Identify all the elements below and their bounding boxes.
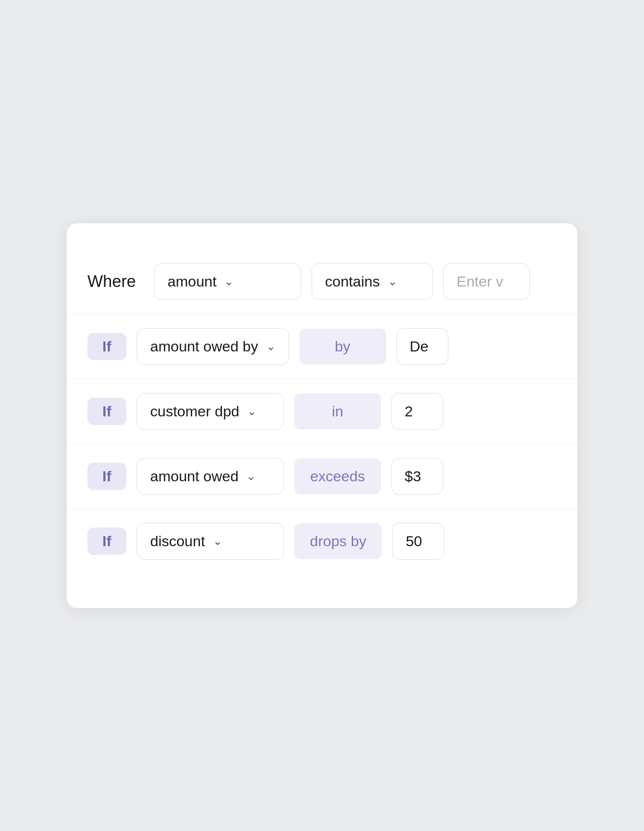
if-field-value-1: amount owed by (150, 338, 258, 355)
where-operator-dropdown[interactable]: contains ⌄ (312, 263, 433, 300)
chevron-down-icon: ⌄ (247, 405, 257, 418)
where-value-input[interactable]: Enter v (443, 263, 530, 300)
if-row-2: If customer dpd ⌄ in 2 (67, 379, 577, 444)
if-field-dropdown-1[interactable]: amount owed by ⌄ (137, 328, 289, 365)
if-operator-badge-4: drops by (294, 523, 382, 559)
if-row-1: If amount owed by ⌄ by De (67, 314, 577, 379)
filter-card: Where amount ⌄ contains ⌄ Enter v If amo… (67, 223, 577, 608)
page-background: Where amount ⌄ contains ⌄ Enter v If amo… (0, 0, 644, 831)
if-row-4: If discount ⌄ drops by 50 (67, 509, 577, 573)
if-value-text-3: $3 (405, 468, 421, 484)
if-value-4[interactable]: 50 (392, 523, 444, 560)
if-field-value-2: customer dpd (150, 403, 239, 420)
chevron-down-icon: ⌄ (213, 535, 222, 548)
if-operator-badge-1: by (299, 329, 386, 364)
if-value-text-1: De (410, 338, 428, 354)
if-badge-4: If (87, 528, 126, 555)
if-row-3: If amount owed ⌄ exceeds $3 (67, 444, 577, 509)
if-badge-2: If (87, 398, 126, 425)
chevron-down-icon: ⌄ (266, 340, 276, 353)
chevron-down-icon: ⌄ (246, 470, 256, 483)
where-row: Where amount ⌄ contains ⌄ Enter v (67, 249, 577, 314)
if-operator-badge-3: exceeds (294, 458, 381, 494)
if-field-dropdown-2[interactable]: customer dpd ⌄ (137, 393, 284, 430)
if-field-dropdown-3[interactable]: amount owed ⌄ (137, 458, 284, 495)
where-field-value: amount (167, 273, 216, 290)
chevron-down-icon: ⌄ (224, 275, 234, 288)
if-field-dropdown-4[interactable]: discount ⌄ (137, 523, 284, 560)
if-value-2[interactable]: 2 (391, 393, 443, 430)
if-operator-badge-2: in (294, 393, 381, 429)
if-value-3[interactable]: $3 (391, 458, 443, 495)
if-badge-3: If (87, 463, 126, 490)
where-label: Where (87, 272, 144, 291)
if-field-value-4: discount (150, 533, 205, 550)
if-value-text-4: 50 (406, 533, 422, 549)
where-value-placeholder: Enter v (457, 273, 503, 290)
chevron-down-icon: ⌄ (388, 275, 397, 288)
if-field-value-3: amount owed (150, 468, 238, 485)
if-value-text-2: 2 (405, 403, 413, 419)
where-operator-value: contains (325, 273, 380, 290)
if-badge-1: If (87, 333, 126, 360)
where-field-dropdown[interactable]: amount ⌄ (154, 263, 301, 300)
if-value-1[interactable]: De (396, 328, 448, 365)
